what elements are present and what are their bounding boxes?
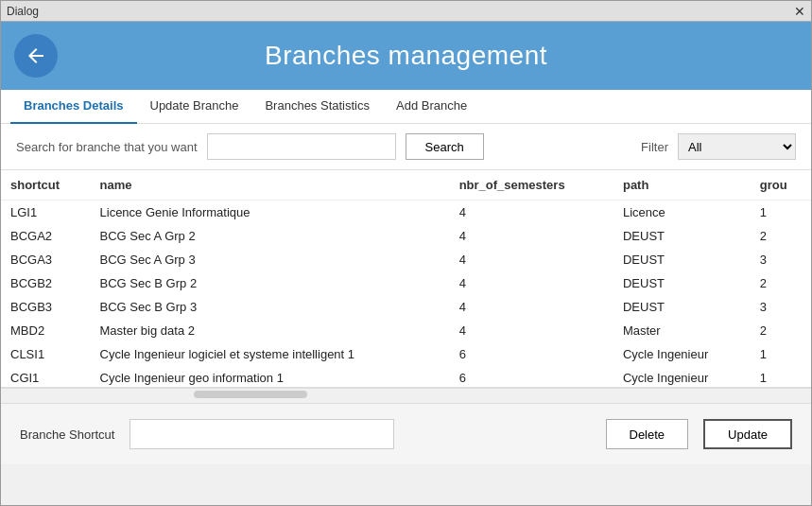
col-shortcut: shortcut [1,170,91,201]
cell-name: Cycle Ingenieur logiciel et systeme inte… [91,342,450,366]
cell-shortcut: BCGB3 [1,295,91,319]
nav-tabs: Branches Details Update Branche Branches… [1,90,811,124]
tab-branches-statistics[interactable]: Branches Statistics [251,90,383,124]
cell-path: Cycle Ingenieur [613,366,751,388]
search-button[interactable]: Search [406,133,484,160]
close-button[interactable]: ✕ [794,5,805,18]
search-label: Search for branche that you want [16,140,198,154]
cell-nbr_of_semesters: 4 [450,319,613,342]
table-row[interactable]: CLSI1Cycle Ingenieur logiciel et systeme… [1,342,811,366]
table-row[interactable]: MBD2Master big data 24Master2 [1,319,811,342]
cell-path: Master [613,319,751,342]
tab-branches-details[interactable]: Branches Details [10,90,137,124]
header: Branches management [1,22,811,90]
cell-group: 2 [751,271,811,295]
cell-group: 2 [751,224,811,248]
cell-shortcut: MBD2 [1,319,91,342]
table-row[interactable]: BCGA2BCG Sec A Grp 24DEUST2 [1,224,811,248]
cell-nbr_of_semesters: 6 [450,366,613,388]
back-icon [25,44,47,67]
cell-group: 3 [751,248,811,271]
cell-nbr_of_semesters: 4 [450,295,613,319]
cell-path: DEUST [613,295,751,319]
filter-select[interactable]: All Licence Master DEUST Cycle Ingenieur [678,133,796,160]
cell-shortcut: BCGB2 [1,271,91,295]
cell-shortcut: BCGA3 [1,248,91,271]
table-body: LGI1Licence Genie Informatique4Licence1B… [1,201,811,389]
table-row[interactable]: CGI1Cycle Ingenieur geo information 16Cy… [1,366,811,388]
cell-path: Licence [613,201,751,225]
cell-path: Cycle Ingenieur [613,342,751,366]
cell-path: DEUST [613,248,751,271]
table-row[interactable]: BCGB3BCG Sec B Grp 34DEUST3 [1,295,811,319]
cell-name: Cycle Ingenieur geo information 1 [91,366,450,388]
table-row[interactable]: BCGA3BCG Sec A Grp 34DEUST3 [1,248,811,271]
cell-name: Licence Genie Informatique [91,201,450,225]
cell-nbr_of_semesters: 4 [450,224,613,248]
cell-nbr_of_semesters: 6 [450,342,613,366]
table-header: shortcut name nbr_of_semesters path grou [1,170,811,201]
cell-nbr_of_semesters: 4 [450,201,613,225]
cell-shortcut: CLSI1 [1,342,91,366]
hscroll-bar [1,388,811,399]
cell-group: 2 [751,319,811,342]
cell-nbr_of_semesters: 4 [450,271,613,295]
cell-path: DEUST [613,271,751,295]
cell-name: Master big data 2 [91,319,450,342]
table-row[interactable]: BCGB2BCG Sec B Grp 24DEUST2 [1,271,811,295]
cell-name: BCG Sec A Grp 3 [91,248,450,271]
tab-add-branche[interactable]: Add Branche [383,90,480,124]
title-bar-text: Dialog [7,5,39,18]
cell-name: BCG Sec B Grp 2 [91,271,450,295]
cell-group: 1 [751,342,811,366]
cell-shortcut: BCGA2 [1,224,91,248]
title-bar: Dialog ✕ [1,1,811,22]
back-button[interactable] [14,34,58,78]
bottom-area: Branche Shortcut Delete Update [1,403,811,464]
col-group: grou [751,170,811,201]
cell-path: DEUST [613,224,751,248]
cell-shortcut: CGI1 [1,366,91,388]
branches-table: shortcut name nbr_of_semesters path grou… [1,170,811,388]
branche-shortcut-input[interactable] [130,419,394,449]
search-input[interactable] [207,133,396,160]
delete-button[interactable]: Delete [606,419,689,449]
filter-label: Filter [641,140,668,154]
cell-group: 1 [751,201,811,225]
tab-update-branche[interactable]: Update Branche [137,90,252,124]
cell-shortcut: LGI1 [1,201,91,225]
branche-shortcut-label: Branche Shortcut [20,427,114,442]
update-button[interactable]: Update [703,419,792,449]
col-nbr-semesters: nbr_of_semesters [450,170,613,201]
search-bar: Search for branche that you want Search … [1,124,811,170]
col-name: name [91,170,450,201]
cell-name: BCG Sec B Grp 3 [91,295,450,319]
cell-name: BCG Sec A Grp 2 [91,224,450,248]
page-title: Branches management [265,41,547,71]
table-row[interactable]: LGI1Licence Genie Informatique4Licence1 [1,201,811,225]
col-path: path [613,170,751,201]
table-container: shortcut name nbr_of_semesters path grou… [1,170,811,388]
cell-nbr_of_semesters: 4 [450,248,613,271]
hscroll-thumb [194,391,307,398]
cell-group: 1 [751,366,811,388]
cell-group: 3 [751,295,811,319]
